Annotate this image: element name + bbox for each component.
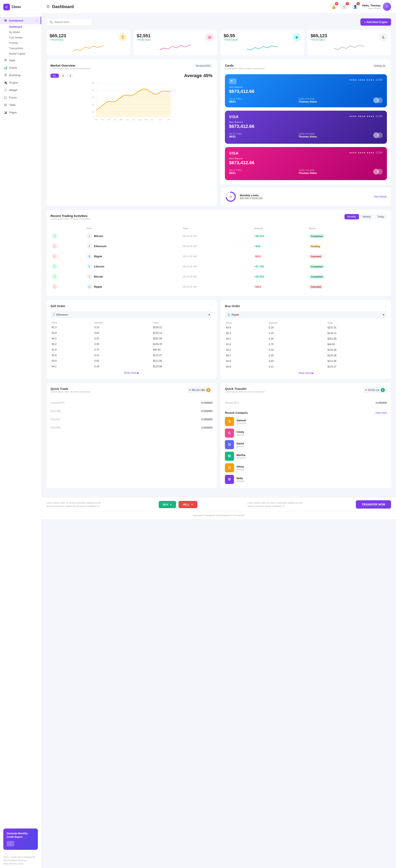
amount: 0.75 [93,347,152,352]
total: $126.36 [326,353,387,359]
sidebar-sub-portfolio[interactable]: Portfolio [0,40,41,46]
tab-monthly[interactable]: Monthly [344,214,359,219]
sidebar-sub-marketcapital[interactable]: Market Capital [0,51,41,57]
forms-icon: ◱ [3,96,7,99]
market-overview-title: Market Overview [51,64,90,67]
buy-currency-dropdown[interactable]: ◎ Ripple ▾ [225,311,387,318]
search-input[interactable] [54,21,89,24]
cta-button[interactable]: → [7,841,14,846]
card-balance: $673,412.66 [229,124,383,129]
total: $212.56 [152,358,212,364]
table-row: 94.20.18$129.26 [225,347,387,353]
col-coin: Coin [85,226,181,231]
sidebar-item-pages[interactable]: ◪ Pages › [0,108,41,116]
chevron-right-icon: › [37,74,38,76]
status-badge: Canceled [309,255,323,258]
card-holder-label: CARD HOLDER [299,133,317,135]
sidebar-item-dashboard[interactable]: ⊞ Dashboard ▾ [0,17,41,24]
trade-time: 06:24:45 AM [183,245,196,248]
stat-icon: Ł [379,33,388,41]
trade-arrow-icon: ↓ [52,244,57,249]
sell-currency-dropdown[interactable]: Ξ Ethereum ▾ [51,311,212,318]
chevron-down-icon: ▾ [209,313,210,316]
view-details-link[interactable]: View details [374,195,387,198]
total: $129.26 [326,347,387,353]
sidebar-item-charts[interactable]: 📊 Charts › [0,64,41,71]
list-item[interactable]: D David @david [225,440,387,449]
trade-arrow-icon: ↑ [52,234,57,239]
sidebar-sub-mywallet[interactable]: My Wallet [0,30,41,35]
add-crypto-button[interactable]: + Add New Crypto [360,19,391,26]
sidebar-item-bootstrap[interactable]: ☰ Bootstrap › [0,71,41,79]
list-item[interactable]: B Bella @bellas [225,475,387,484]
sidebar-item-label: Apps [9,59,15,62]
price: 83.9 [51,330,93,336]
sidebar-nav: ⊞ Dashboard ▾ Dashboard My Wallet Coin D… [0,14,41,825]
coin-name: Ripple [94,255,102,258]
menu-icon[interactable]: ☰ [47,4,50,9]
quick-trade-form: Amount BTC0.000000Price BPL0.000000Fee(1… [51,399,212,432]
sell-button[interactable]: SELL ▼ [179,501,197,508]
sell-show-more[interactable]: Show more ▶ [51,371,212,374]
list-item[interactable]: C Cindy @cindy [225,429,387,438]
notifications-button[interactable]: 🔔 5 [330,3,337,10]
buy-show-more[interactable]: Show more ▶ [225,372,387,375]
filter-all[interactable]: ALL [51,74,59,78]
pages-icon: ◪ [3,111,7,114]
svg-text:Aug: Aug [138,119,141,121]
sidebar-sub-coindetails[interactable]: Coin Details [0,35,41,40]
filter-2[interactable]: ● [60,74,66,78]
form-label: Total BPL [51,426,61,429]
contact-avatar: O [225,463,234,472]
table-row: ↓ ΞEthereum 06:24:45 AM +$42 Pending [51,241,387,251]
cards-settings-button[interactable]: Settings ⊞ [372,64,387,68]
filter-3[interactable]: ● [67,74,73,78]
cart-button[interactable]: 🛒 3 [341,3,348,10]
mini-chart-2 [224,44,301,52]
buy-button[interactable]: BUY ▲ [159,501,176,508]
orders-grid: Sell Order ⋮ Ξ Ethereum ▾ [47,300,391,379]
chevron-right-icon: › [37,96,38,99]
sidebar-item-plugins[interactable]: 🔌 Plugins › [0,79,41,86]
sidebar-item-apps[interactable]: ⚙ Apps › [0,57,41,64]
sell-order: Sell Order ⋮ Ξ Ethereum ▾ [47,300,217,379]
tab-today[interactable]: Today [374,214,387,219]
sidebar-sub-transactions[interactable]: Transactions [0,46,41,51]
user-profile[interactable]: Hello, Thomas Super Admin T [362,2,391,11]
amount: 0.55 [93,358,152,364]
price: 82.3 [225,331,268,336]
price: 82.3 [51,325,93,330]
price: 81.6 [225,342,268,347]
list-item[interactable]: O Olivia @olivia [225,463,387,472]
chart-up-icon: ▲ [170,503,172,506]
transfer-now-button[interactable]: TRANSFER NOW [356,500,391,508]
sidebar-sub-dashboard[interactable]: Dashboard [0,24,41,30]
trade-time: 06:24:45 AM [183,255,196,258]
profile-badge-button[interactable]: 👤 2 [352,3,359,10]
footer-text: Copyright © Designed & Developed by 17eu… [193,514,245,517]
apps-icon: ⚙ [3,58,7,62]
status-badge: Completed [309,275,325,279]
sidebar-item-forms[interactable]: ◱ Forms › [0,94,41,101]
list-item[interactable]: S Samuel @samuel [225,417,387,426]
sidebar-item-table[interactable]: ⊟ Table [0,101,41,108]
view-more-link[interactable]: View more [375,411,387,414]
valid-thru-label: VALID THRU [229,169,242,172]
sidebar-item-widget[interactable]: ◻ Widget [0,86,41,94]
sell-order-more-icon: ⋮ [210,304,212,308]
amount: 0.55 [268,359,326,364]
svg-text:40: 40 [92,103,94,106]
trade-amount: -$912 [254,285,261,288]
cta-text: Generate Monthly Credit Report [7,832,35,839]
list-item[interactable]: M Martha @martha [225,452,387,461]
amount: 0.18 [268,347,326,353]
table-row: ↓ ◎Ripple 06:24:45 AM -$912 Canceled [51,251,387,261]
total: $252.58 [326,336,387,342]
contact-name: David [237,442,244,445]
tab-weekly[interactable]: Weekly [360,214,374,219]
period-selector[interactable]: Monthly(2020) [194,64,212,68]
contact-handle: @martha [237,457,246,459]
contact-handle: @samuel [237,422,246,424]
sell-order-title: Sell Order [51,304,65,308]
contact-name: Bella [237,477,245,480]
